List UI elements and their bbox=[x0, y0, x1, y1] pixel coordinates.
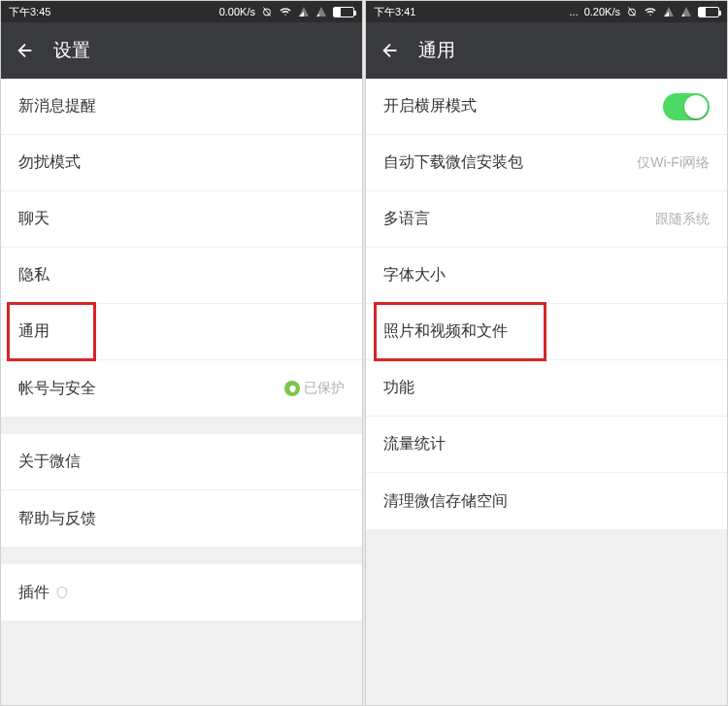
row-general[interactable]: 通用 bbox=[1, 304, 362, 360]
row-account[interactable]: 帐号与安全 已保护 bbox=[1, 360, 362, 417]
signal-icon bbox=[298, 6, 310, 17]
signal-icon bbox=[663, 6, 675, 17]
status-dots: ... bbox=[570, 6, 579, 17]
alarm-off-icon bbox=[626, 6, 638, 17]
row-dnd[interactable]: 勿扰模式 bbox=[1, 135, 362, 191]
row-plugins[interactable]: 插件 bbox=[1, 564, 362, 621]
toggle-switch[interactable] bbox=[663, 93, 710, 120]
row-label: 自动下载微信安装包 bbox=[383, 152, 523, 173]
row-traffic[interactable]: 流量统计 bbox=[366, 417, 727, 473]
row-privacy[interactable]: 隐私 bbox=[1, 248, 362, 304]
row-label: 聊天 bbox=[18, 209, 50, 229]
row-landscape[interactable]: 开启横屏模式 bbox=[366, 79, 727, 135]
row-value: 跟随系统 bbox=[655, 211, 710, 228]
settings-list: 新消息提醒 勿扰模式 聊天 隐私 通用 帐号与安全 已保护 关于微信 帮助与反馈 bbox=[1, 79, 362, 621]
back-button[interactable] bbox=[15, 40, 36, 61]
row-value: 已保护 bbox=[284, 380, 345, 397]
row-label: 勿扰模式 bbox=[18, 152, 81, 173]
status-time: 下午3:45 bbox=[9, 5, 50, 19]
row-features[interactable]: 功能 bbox=[366, 360, 727, 417]
titlebar-left: 设置 bbox=[1, 22, 362, 79]
status-speed: 0.00K/s bbox=[219, 6, 255, 17]
titlebar-right: 通用 bbox=[366, 22, 727, 79]
battery-icon bbox=[698, 7, 719, 17]
plugins-text: 插件 bbox=[18, 583, 50, 603]
row-label: 流量统计 bbox=[383, 434, 446, 454]
row-label: 多语言 bbox=[383, 209, 430, 229]
alarm-off-icon bbox=[261, 6, 273, 17]
row-label: 新消息提醒 bbox=[18, 96, 96, 117]
row-label: 清理微信存储空间 bbox=[383, 491, 508, 512]
statusbar-left: 下午3:45 0.00K/s bbox=[1, 1, 362, 22]
plugin-icon bbox=[55, 586, 69, 599]
wifi-icon bbox=[279, 6, 292, 17]
row-language[interactable]: 多语言 跟随系统 bbox=[366, 191, 727, 248]
row-label: 照片和视频和文件 bbox=[383, 321, 508, 342]
status-icons: ... 0.20K/s bbox=[570, 6, 719, 17]
row-label: 开启横屏模式 bbox=[383, 96, 477, 117]
row-label: 插件 bbox=[18, 583, 69, 603]
signal-icon-2 bbox=[680, 6, 692, 17]
row-fontsize[interactable]: 字体大小 bbox=[366, 248, 727, 304]
row-label: 帐号与安全 bbox=[18, 379, 96, 399]
row-label: 帮助与反馈 bbox=[18, 509, 96, 529]
phone-left: 下午3:45 0.00K/s 设置 新消息提醒 勿扰模式 聊天 隐私 通用 帐号… bbox=[0, 0, 363, 706]
row-label: 通用 bbox=[18, 321, 50, 342]
back-arrow-icon bbox=[15, 40, 36, 61]
phone-right: 下午3:41 ... 0.20K/s 通用 开启横屏模式 自动下载微信安装包 仅… bbox=[365, 0, 728, 706]
row-media[interactable]: 照片和视频和文件 bbox=[366, 304, 727, 360]
row-label: 隐私 bbox=[18, 265, 50, 286]
page-title: 设置 bbox=[53, 38, 90, 63]
signal-icon-2 bbox=[315, 6, 327, 17]
battery-icon bbox=[333, 7, 354, 17]
page-title: 通用 bbox=[418, 38, 455, 63]
row-chat[interactable]: 聊天 bbox=[1, 191, 362, 248]
status-speed: 0.20K/s bbox=[584, 6, 620, 17]
status-icons: 0.00K/s bbox=[219, 6, 354, 17]
general-list: 开启横屏模式 自动下载微信安装包 仅Wi-Fi网络 多语言 跟随系统 字体大小 … bbox=[366, 79, 727, 529]
row-label: 功能 bbox=[383, 378, 414, 398]
back-arrow-icon bbox=[380, 40, 401, 61]
shield-icon bbox=[284, 381, 300, 396]
row-storage[interactable]: 清理微信存储空间 bbox=[366, 473, 727, 529]
row-value: 仅Wi-Fi网络 bbox=[637, 154, 710, 172]
wifi-icon bbox=[644, 6, 657, 17]
account-status-text: 已保护 bbox=[304, 380, 345, 397]
row-label: 关于微信 bbox=[18, 452, 81, 472]
back-button[interactable] bbox=[380, 40, 401, 61]
row-about[interactable]: 关于微信 bbox=[1, 434, 362, 490]
row-help[interactable]: 帮助与反馈 bbox=[1, 490, 362, 547]
statusbar-right: 下午3:41 ... 0.20K/s bbox=[366, 1, 727, 22]
status-time: 下午3:41 bbox=[374, 5, 415, 19]
row-autodownload[interactable]: 自动下载微信安装包 仅Wi-Fi网络 bbox=[366, 135, 727, 191]
row-label: 字体大小 bbox=[383, 265, 446, 286]
row-new-message[interactable]: 新消息提醒 bbox=[1, 79, 362, 135]
